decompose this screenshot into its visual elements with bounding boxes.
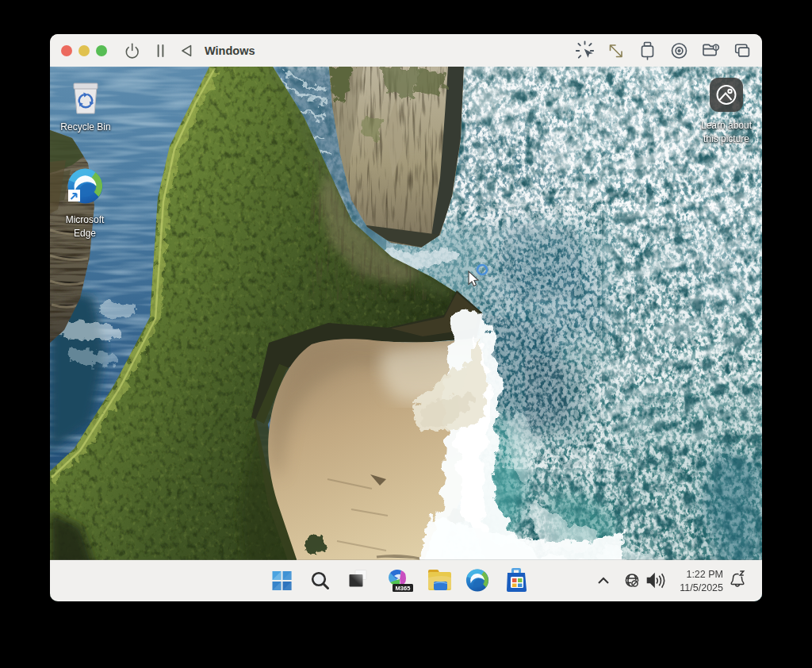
svg-text:M365: M365 <box>396 585 411 592</box>
svg-text:1:22 PM: 1:22 PM <box>686 569 723 580</box>
svg-text:11/5/2025: 11/5/2025 <box>680 582 723 593</box>
